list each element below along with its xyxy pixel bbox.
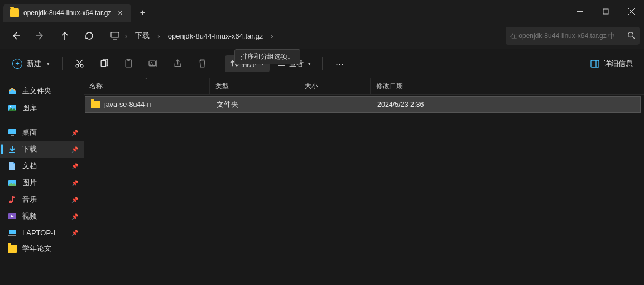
up-button[interactable] bbox=[54, 26, 76, 46]
svg-rect-16 bbox=[126, 60, 132, 67]
svg-text:A: A bbox=[150, 61, 153, 66]
rename-button[interactable]: A bbox=[142, 54, 164, 74]
pc-icon[interactable] bbox=[107, 28, 123, 44]
separator bbox=[219, 57, 219, 70]
home-icon bbox=[8, 87, 17, 96]
sidebar-item-documents[interactable]: 文档 📌 bbox=[0, 158, 84, 174]
share-button[interactable] bbox=[166, 54, 189, 74]
svg-point-35 bbox=[9, 201, 12, 203]
search-input[interactable] bbox=[510, 32, 623, 40]
details-label: 详细信息 bbox=[604, 59, 633, 69]
table-row[interactable]: java-se-8u44-ri 文件夹 2024/5/23 2:36 bbox=[85, 96, 641, 113]
pin-icon[interactable]: 📌 bbox=[71, 230, 78, 236]
plus-icon: + bbox=[12, 59, 22, 69]
folder-icon bbox=[8, 244, 17, 253]
svg-rect-30 bbox=[8, 129, 16, 134]
svg-point-29 bbox=[10, 106, 11, 107]
svg-rect-26 bbox=[591, 60, 599, 67]
pin-icon[interactable]: 📌 bbox=[71, 213, 78, 220]
col-size[interactable]: 大小 bbox=[299, 78, 370, 94]
sort-asc-icon: ˄ bbox=[145, 77, 148, 83]
pin-icon[interactable]: 📌 bbox=[71, 163, 78, 169]
new-label: 新建 bbox=[27, 59, 41, 69]
minimize-button[interactable] bbox=[567, 0, 593, 22]
refresh-button[interactable] bbox=[78, 26, 100, 46]
sidebar-item-laptop[interactable]: LAPTOP-I 📌 bbox=[0, 225, 84, 240]
search-box[interactable] bbox=[506, 27, 640, 45]
sidebar-item-music[interactable]: 音乐 📌 bbox=[0, 191, 84, 208]
separator bbox=[322, 57, 323, 70]
sidebar-item-gallery[interactable]: 图库 bbox=[0, 99, 84, 116]
laptop-icon bbox=[8, 228, 17, 237]
tab-close-button[interactable]: × bbox=[116, 8, 124, 17]
close-window-button[interactable] bbox=[618, 0, 644, 22]
svg-rect-7 bbox=[111, 32, 119, 37]
folder-icon bbox=[91, 101, 100, 108]
row-date: 2024/5/23 2:36 bbox=[377, 101, 424, 108]
new-button[interactable]: + 新建 ▾ bbox=[6, 55, 56, 72]
video-icon bbox=[8, 212, 17, 221]
breadcrumb: › 下载 › openjdk-8u44-linux-x64.tar.gz › bbox=[107, 27, 503, 44]
back-button[interactable] bbox=[4, 26, 27, 46]
maximize-button[interactable] bbox=[593, 0, 618, 22]
delete-button[interactable] bbox=[191, 54, 213, 74]
sidebar-item-downloads[interactable]: 下载 📌 bbox=[0, 141, 84, 158]
add-tab-button[interactable]: + bbox=[133, 4, 151, 22]
chevron-down-icon: ▾ bbox=[47, 61, 50, 66]
row-type: 文件夹 bbox=[217, 100, 238, 110]
chevron-right-icon[interactable]: › bbox=[124, 32, 128, 40]
col-date[interactable]: 修改日期 bbox=[370, 78, 454, 94]
crumb-downloads[interactable]: 下载 bbox=[129, 27, 155, 44]
tooltip: 排序和分组选项。 bbox=[234, 49, 300, 64]
svg-rect-39 bbox=[8, 235, 16, 236]
sidebar-item-pictures[interactable]: 图片 📌 bbox=[0, 174, 84, 191]
svg-rect-36 bbox=[12, 196, 13, 202]
col-type[interactable]: 类型 bbox=[209, 78, 299, 94]
tab-title: openjdk-8u44-linux-x64.tar.gz bbox=[23, 9, 111, 17]
paste-button[interactable] bbox=[117, 54, 140, 74]
forward-button[interactable] bbox=[29, 26, 51, 46]
column-headers: 名称 ˄ 类型 大小 修改日期 bbox=[84, 78, 644, 95]
download-icon bbox=[8, 145, 17, 154]
svg-rect-1 bbox=[603, 9, 608, 14]
sidebar-item-papers[interactable]: 学年论文 bbox=[0, 240, 84, 257]
more-button[interactable]: ⋯ bbox=[328, 54, 350, 74]
crumb-archive[interactable]: openjdk-8u44-linux-x64.tar.gz bbox=[162, 28, 269, 44]
sidebar-item-desktop[interactable]: 桌面 📌 bbox=[0, 124, 84, 141]
separator bbox=[62, 57, 63, 70]
pin-icon[interactable]: 📌 bbox=[71, 130, 78, 136]
copy-button[interactable] bbox=[93, 54, 115, 74]
chevron-right-icon[interactable]: › bbox=[270, 32, 274, 40]
music-icon bbox=[8, 195, 17, 204]
pictures-icon bbox=[8, 178, 17, 187]
search-icon[interactable] bbox=[627, 31, 635, 41]
sidebar-item-home[interactable]: 主文件夹 bbox=[0, 83, 84, 99]
svg-rect-31 bbox=[11, 135, 14, 136]
pin-icon[interactable]: 📌 bbox=[71, 146, 78, 153]
pin-icon[interactable]: 📌 bbox=[71, 197, 78, 203]
gallery-icon bbox=[8, 103, 17, 112]
archive-icon bbox=[10, 8, 19, 17]
pin-icon[interactable]: 📌 bbox=[71, 180, 78, 186]
chevron-right-icon[interactable]: › bbox=[156, 32, 161, 40]
details-pane-button[interactable]: 详细信息 bbox=[585, 55, 638, 72]
svg-point-11 bbox=[76, 65, 78, 67]
svg-rect-38 bbox=[9, 230, 16, 234]
tab[interactable]: openjdk-8u44-linux-x64.tar.gz × bbox=[3, 4, 131, 22]
svg-point-12 bbox=[80, 65, 83, 67]
svg-rect-15 bbox=[101, 60, 106, 66]
desktop-icon bbox=[8, 128, 17, 137]
svg-point-9 bbox=[628, 32, 633, 37]
col-name[interactable]: 名称 ˄ bbox=[84, 78, 209, 94]
row-name: java-se-8u44-ri bbox=[104, 101, 151, 108]
chevron-down-icon: ▾ bbox=[308, 61, 311, 66]
document-icon bbox=[8, 162, 17, 170]
sidebar-item-videos[interactable]: 视频 📌 bbox=[0, 208, 84, 225]
cut-button[interactable] bbox=[68, 54, 90, 74]
svg-line-10 bbox=[633, 36, 635, 39]
